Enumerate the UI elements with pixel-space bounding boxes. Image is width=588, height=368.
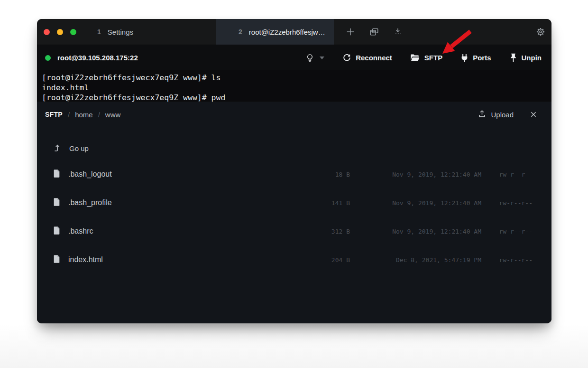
file-name: .bash_logout (68, 170, 112, 179)
connection-bar: root@39.105.208.175:22 Reconnect (37, 45, 551, 70)
sftp-panel: SFTP / home / www Upload (37, 102, 551, 323)
file-modified: Nov 9, 2019, 12:21:40 AM (350, 171, 481, 178)
file-list: Go up .bash_logout 18 B Nov 9, 2019, 12:… (37, 127, 551, 274)
upload-icon (478, 109, 487, 120)
file-permissions: rw-r--r-- (481, 228, 533, 235)
unpin-label: Unpin (522, 54, 542, 62)
minimize-window-button[interactable] (57, 29, 63, 35)
host-address: root@39.105.208.175:22 (57, 54, 138, 62)
terminal-app-window: 1 Settings 2 root@iZ2zebrh6ffesjw… (37, 19, 551, 323)
close-icon[interactable] (530, 111, 537, 118)
gear-icon[interactable] (535, 27, 546, 37)
connected-status-dot (45, 55, 51, 61)
new-tab-icon[interactable] (345, 27, 356, 37)
file-icon (53, 169, 60, 180)
terminal-line: [root@iZ2zebrh6ffesjwecx7eq9Z www]# pwd (42, 93, 551, 103)
folder-icon (410, 54, 420, 62)
file-modified: Nov 9, 2019, 12:21:40 AM (350, 228, 481, 235)
go-up-label: Go up (69, 144, 89, 152)
pin-icon (509, 53, 517, 63)
file-size: 204 B (312, 256, 350, 264)
file-name: index.html (68, 255, 103, 264)
file-permissions: rw-r--r-- (481, 256, 533, 264)
tab-label: Settings (108, 28, 133, 36)
connection-actions: Reconnect SFTP Ports (305, 53, 551, 63)
title-bar: 1 Settings 2 root@iZ2zebrh6ffesjw… (37, 19, 551, 45)
duplicate-tab-icon[interactable] (369, 27, 379, 37)
host-group: root@39.105.208.175:22 (37, 54, 138, 62)
file-modified: Nov 9, 2019, 12:21:40 AM (350, 199, 481, 207)
file-name: .bash_profile (68, 198, 112, 207)
go-up-row[interactable]: Go up (37, 136, 551, 160)
close-window-button[interactable] (44, 29, 50, 35)
reconnect-button[interactable]: Reconnect (342, 53, 392, 62)
zoom-window-button[interactable] (70, 29, 76, 35)
plug-icon (460, 53, 469, 63)
file-icon (53, 226, 60, 237)
snippets-button[interactable] (305, 53, 324, 63)
file-modified: Dec 8, 2021, 5:47:19 PM (350, 256, 481, 264)
ports-button[interactable]: Ports (460, 53, 491, 63)
tab-settings[interactable]: 1 Settings (86, 19, 216, 45)
ports-label: Ports (473, 54, 491, 62)
desktop-background: 1 Settings 2 root@iZ2zebrh6ffesjw… (0, 0, 588, 368)
file-permissions: rw-r--r-- (481, 171, 533, 178)
tab-number: 2 (239, 28, 242, 36)
breadcrumb-separator: / (68, 111, 70, 119)
titlebar-actions (345, 19, 403, 45)
file-row[interactable]: index.html 204 B Dec 8, 2021, 5:47:19 PM… (37, 245, 551, 274)
sftp-button[interactable]: SFTP (410, 54, 442, 62)
breadcrumb-home[interactable]: home (75, 111, 93, 119)
file-size: 312 B (312, 228, 350, 235)
tab-number: 1 (97, 28, 101, 36)
upload-label: Upload (491, 111, 514, 119)
file-name: .bashrc (68, 227, 93, 236)
lightbulb-icon (305, 53, 314, 63)
traffic-lights (37, 19, 86, 45)
file-size: 18 B (312, 171, 350, 178)
file-row[interactable]: .bashrc 312 B Nov 9, 2019, 12:21:40 AM r… (37, 217, 551, 245)
breadcrumb: SFTP / home / www (45, 111, 120, 119)
unpin-button[interactable]: Unpin (509, 53, 542, 63)
file-size: 141 B (312, 199, 350, 207)
file-icon (53, 255, 60, 265)
file-icon (53, 198, 60, 208)
chevron-down-icon (320, 57, 324, 59)
reconnect-icon (342, 53, 351, 62)
download-icon[interactable] (393, 27, 403, 37)
upload-button[interactable]: Upload (478, 109, 514, 120)
breadcrumb-separator: / (98, 111, 100, 119)
terminal-line: index.html (42, 83, 551, 93)
file-row[interactable]: .bash_logout 18 B Nov 9, 2019, 12:21:40 … (37, 160, 551, 189)
breadcrumb-www[interactable]: www (105, 111, 121, 119)
terminal-line: [root@iZ2zebrh6ffesjwecx7eq9Z www]# ls (42, 73, 551, 83)
sftp-label: SFTP (424, 54, 442, 62)
go-up-arrow-icon (53, 143, 61, 153)
breadcrumb-root[interactable]: SFTP (45, 111, 63, 118)
sftp-header: SFTP / home / www Upload (37, 102, 551, 127)
tab-label: root@iZ2zebrh6ffesjw… (249, 28, 325, 36)
file-permissions: rw-r--r-- (481, 199, 533, 207)
file-row[interactable]: .bash_profile 141 B Nov 9, 2019, 12:21:4… (37, 189, 551, 217)
reconnect-label: Reconnect (356, 54, 392, 62)
tab-ssh-session[interactable]: 2 root@iZ2zebrh6ffesjw… (216, 19, 334, 45)
